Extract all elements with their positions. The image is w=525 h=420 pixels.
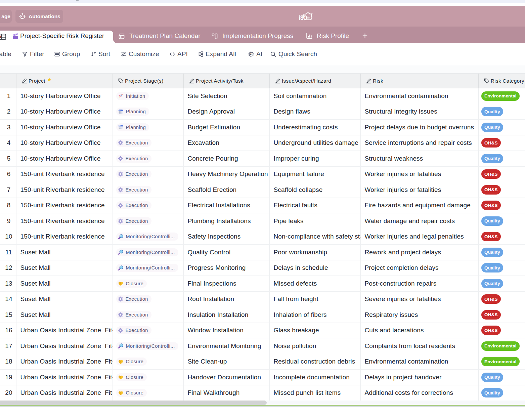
- svg-text:AI: AI: [250, 53, 252, 55]
- svg-text:iSO: iSO: [299, 14, 307, 21]
